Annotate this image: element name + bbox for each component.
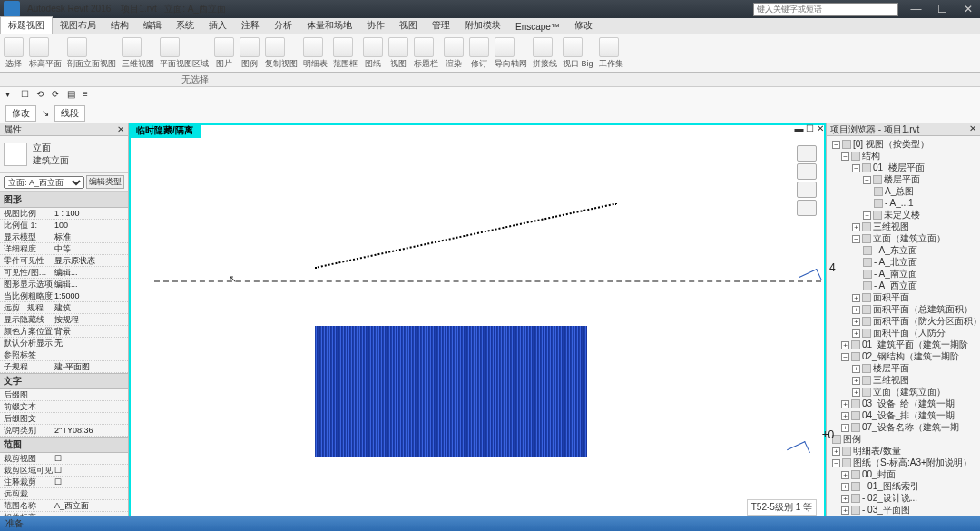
property-row[interactable]: 零件可见性显示原状态 [0,255,128,267]
ribbon-tool[interactable] [469,37,489,57]
property-value[interactable]: 无 [54,338,128,349]
tree-node[interactable]: +面积平面 [828,291,978,303]
tree-toggle[interactable]: + [841,412,849,420]
property-row[interactable]: 注释裁剪☐ [0,477,128,488]
tree-toggle[interactable]: + [841,424,849,432]
tree-toggle[interactable]: + [841,506,849,515]
close-icon[interactable]: ✕ [117,124,124,134]
tree-toggle[interactable]: − [841,152,849,161]
ribbon-tool[interactable] [414,37,434,57]
tree-toggle[interactable]: − [841,353,849,361]
tree-node[interactable]: - A_北立面 [828,256,978,268]
close-button[interactable]: ✕ [956,3,980,15]
ribbon-tool[interactable] [599,37,619,57]
property-row[interactable]: 裁剪视图☐ [0,453,128,465]
minimize-button[interactable]: — [904,3,927,15]
property-category[interactable]: 范围 [0,437,128,453]
property-value[interactable]: 编辑... [54,267,128,279]
tree-toggle[interactable]: + [832,447,840,456]
property-value[interactable]: 1 : 100 [54,209,128,218]
drawing-canvas[interactable]: 临时隐藏/隔离 ▬ ☐ ✕ 4 ±0 ↖ T52-5级别 1 等 项目1.rvt [129,123,826,531]
instance-selector[interactable]: 立面: A_西立面 [4,176,84,189]
tree-node[interactable]: −楼层平面 [828,173,978,185]
tree-node[interactable]: +三维视图 [828,221,978,232]
ribbon-tool[interactable] [303,37,323,57]
property-value[interactable]: 显示原状态 [54,255,128,267]
ribbon-tab[interactable]: 视图布局 [53,17,103,34]
property-row[interactable]: 远剪...规程建筑 [0,302,128,314]
tree-node[interactable]: −02_钢结构（建筑一期阶 [828,350,978,362]
qat-icon[interactable]: ▾ [5,89,18,102]
ribbon-tool[interactable] [333,37,353,57]
property-row[interactable]: 裁剪区域可见☐ [0,465,128,477]
tree-node[interactable]: +面积平面（总建筑面积） [828,303,978,315]
qat-icon[interactable]: ☐ [21,89,34,102]
tree-toggle[interactable]: + [852,365,860,373]
type-selector[interactable]: 立面 建筑立面 [0,136,128,173]
property-category[interactable]: 图形 [0,192,128,208]
modify-button[interactable]: 修改 [5,105,36,122]
property-value[interactable]: 2''TY08:36 [54,426,128,435]
property-category[interactable]: 文字 [0,373,128,389]
property-value[interactable]: 100 [54,221,128,230]
ribbon-tab[interactable]: 附加模块 [457,17,508,34]
ribbon-tool[interactable] [4,37,24,57]
property-row[interactable]: 比例值 1:100 [0,220,128,231]
property-value[interactable]: 中等 [54,243,128,255]
tree-toggle[interactable]: + [841,495,849,503]
tree-node[interactable]: +面积平面（防火分区面积） [828,315,978,327]
property-row[interactable]: 子规程建-平面图 [0,361,128,373]
property-value[interactable]: ☐ [54,477,128,487]
qat-icon[interactable]: ▤ [67,89,80,102]
ribbon-tab[interactable]: 协作 [359,17,392,34]
tree-node[interactable]: +未定义楼 [828,209,978,221]
help-search[interactable] [753,3,898,16]
tree-toggle[interactable]: + [852,388,860,397]
ribbon-tab[interactable]: 分析 [267,17,299,34]
tree-node[interactable]: +立面（建筑立面） [828,386,978,398]
property-value[interactable]: 建筑 [54,302,128,314]
property-row[interactable]: 参照标签 [0,349,128,361]
tree-node[interactable]: - A_南立面 [828,268,978,280]
property-row[interactable]: 后缀图文 [0,413,128,425]
tree-node[interactable]: −图纸（S-标高:A3+附加说明） [828,457,978,468]
tree-toggle[interactable]: − [852,164,860,172]
tree-toggle[interactable]: + [841,341,849,349]
tree-node[interactable]: A_总图 [828,185,978,197]
tree-toggle[interactable]: − [832,459,840,467]
view-controls[interactable]: ▬ ☐ ✕ [794,123,824,133]
ribbon-tab[interactable]: 注释 [234,17,267,34]
ribbon-tool[interactable] [563,37,583,57]
tree-toggle[interactable]: + [841,400,849,408]
property-row[interactable]: 后缀图 [0,389,128,401]
property-value[interactable]: 标准 [54,231,128,243]
ribbon-tab[interactable]: 插入 [201,17,234,34]
property-row[interactable]: 默认分析显示无 [0,338,128,349]
ribbon-tab[interactable]: 修改 [567,17,600,34]
ribbon-tool[interactable] [240,37,260,57]
property-row[interactable]: 图形显示选项编辑... [0,279,128,290]
segment-button[interactable]: 线段 [54,105,85,122]
property-row[interactable]: 显示隐藏线按规程 [0,314,128,326]
property-value[interactable]: A_西立面 [54,500,128,512]
property-value[interactable]: 1:5000 [54,291,128,300]
property-value[interactable]: 编辑... [54,279,128,290]
close-icon[interactable]: ✕ [969,123,976,135]
ribbon-tab[interactable]: 标题视图 [0,16,53,34]
ribbon-tool[interactable] [495,37,514,57]
tree-toggle[interactable]: + [852,223,860,231]
tree-node[interactable]: +00_封面 [828,468,978,480]
tree-node[interactable]: - A_...1 [828,197,978,209]
property-row[interactable]: 远剪裁 [0,488,128,500]
ribbon-tab[interactable]: 管理 [425,17,457,34]
property-row[interactable]: 详细程度中等 [0,243,128,255]
tree-node[interactable]: +明细表/数量 [828,445,978,457]
ribbon-tool[interactable] [214,37,234,57]
property-row[interactable]: 颜色方案位置背景 [0,326,128,338]
property-row[interactable]: 视图比例1 : 100 [0,208,128,220]
nav-pan-icon[interactable] [797,182,817,198]
tree-node[interactable]: +03_设备_给（建筑一期 [828,398,978,409]
ribbon-tool[interactable] [29,37,49,57]
tree-toggle[interactable]: + [852,306,860,314]
tree-toggle[interactable]: + [852,377,860,385]
